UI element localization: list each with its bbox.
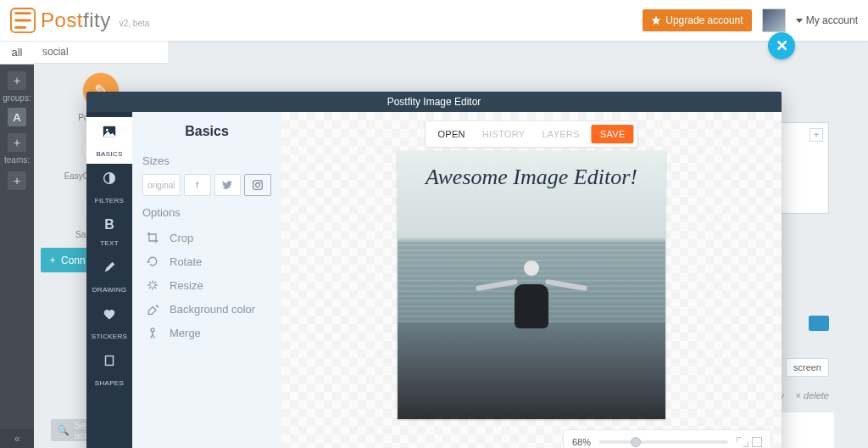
editor-toolbar: BASICS FILTERS B TEXT DRAWING STICKERS (86, 112, 132, 448)
svg-point-3 (106, 129, 108, 132)
svg-point-7 (256, 183, 260, 188)
contrast-icon (86, 171, 132, 190)
modal-title: Postfity Image Editor (86, 92, 782, 112)
editor-canvas-area: OPEN HISTORY LAYERS SAVE Awesome Image E… (281, 112, 782, 448)
svg-rect-5 (106, 356, 114, 366)
image-editor-modal: Postfity Image Editor BASICS FILTERS B T… (86, 92, 782, 448)
tool-basics[interactable]: BASICS (86, 117, 132, 164)
fit-icon[interactable] (737, 437, 748, 447)
panel-title: Basics (142, 124, 271, 139)
zoom-value: 68% (572, 437, 591, 447)
rotate-icon (146, 255, 159, 268)
editor-tabbar: OPEN HISTORY LAYERS SAVE (425, 120, 637, 148)
image-icon (86, 124, 132, 143)
sizes-heading: Sizes (142, 154, 271, 167)
opt-resize[interactable]: Resize (142, 273, 271, 297)
crop-icon (146, 231, 159, 244)
tool-drawing[interactable]: DRAWING (86, 253, 132, 300)
svg-rect-6 (253, 181, 263, 190)
tool-filters[interactable]: FILTERS (86, 164, 132, 210)
bold-icon: B (86, 217, 132, 232)
facebook-icon: f (196, 180, 198, 190)
opt-merge[interactable]: Merge (142, 321, 271, 344)
resize-icon (146, 278, 159, 292)
fullscreen-icon[interactable] (752, 437, 762, 447)
svg-point-8 (259, 182, 261, 183)
zoom-slider[interactable] (599, 440, 728, 444)
tool-text[interactable]: B TEXT (86, 210, 132, 253)
opt-bgcolor[interactable]: Background color (142, 297, 271, 321)
canvas-caption: Awesome Image Editor! (398, 165, 665, 190)
opt-crop[interactable]: Crop (142, 226, 271, 249)
heart-icon (86, 306, 132, 326)
twitter-icon (222, 180, 232, 190)
fill-icon (146, 302, 159, 316)
editor-side-panel: Basics Sizes original f Options Crop Rot… (132, 112, 281, 448)
zoom-bar: 68% (563, 429, 771, 448)
tab-history[interactable]: HISTORY (474, 125, 534, 143)
brush-icon (86, 260, 132, 279)
svg-point-9 (151, 328, 154, 332)
size-instagram[interactable] (244, 174, 271, 196)
zoom-handle[interactable] (631, 437, 641, 447)
tool-shapes[interactable]: SHAPES (86, 346, 132, 393)
size-twitter[interactable] (214, 174, 242, 196)
close-button[interactable]: ✕ (768, 32, 795, 59)
size-original[interactable]: original (142, 174, 181, 196)
tab-open[interactable]: OPEN (429, 125, 473, 143)
save-button[interactable]: SAVE (592, 125, 634, 143)
merge-icon (146, 326, 159, 339)
size-facebook[interactable]: f (184, 174, 211, 196)
instagram-icon (253, 180, 263, 190)
tab-layers[interactable]: LAYERS (533, 125, 587, 143)
opt-rotate[interactable]: Rotate (142, 249, 271, 273)
canvas-image[interactable]: Awesome Image Editor! (398, 151, 665, 419)
options-heading: Options (142, 206, 271, 219)
rect-icon (86, 353, 132, 372)
tool-stickers[interactable]: STICKERS (86, 300, 132, 346)
